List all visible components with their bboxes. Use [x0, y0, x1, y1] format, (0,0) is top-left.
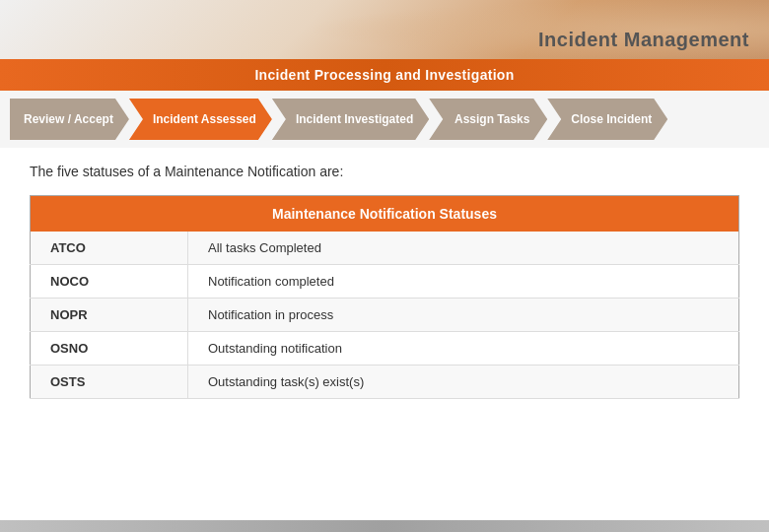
table-row: NOCONotification completed	[31, 265, 739, 299]
table-row: OSNOOutstanding notification	[31, 332, 739, 366]
row-code: NOCO	[31, 265, 188, 299]
row-description: Outstanding notification	[188, 332, 739, 366]
row-code: OSTS	[31, 366, 188, 399]
page-container: Incident Management Incident Processing …	[0, 0, 769, 532]
row-description: All tasks Completed	[188, 232, 739, 265]
orange-banner: Incident Processing and Investigation	[0, 59, 769, 91]
step-assign-tasks[interactable]: Assign Tasks	[429, 99, 547, 140]
row-description: Notification in process	[188, 299, 739, 332]
step-review-accept[interactable]: Review / Accept	[10, 99, 129, 140]
intro-text: The five statuses of a Maintenance Notif…	[30, 164, 739, 179]
row-code: OSNO	[31, 332, 188, 366]
row-description: Outstanding task(s) exist(s)	[188, 366, 739, 399]
app-title: Incident Management	[538, 29, 749, 51]
row-description: Notification completed	[188, 265, 739, 299]
notification-table: Maintenance Notification Statuses ATCOAl…	[30, 195, 739, 399]
process-steps: Review / Accept Incident Assessed Incide…	[0, 91, 769, 148]
main-content: The five statuses of a Maintenance Notif…	[0, 148, 769, 415]
table-header: Maintenance Notification Statuses	[31, 196, 739, 233]
banner-text: Incident Processing and Investigation	[254, 67, 514, 83]
table-row: ATCOAll tasks Completed	[31, 232, 739, 265]
step-close-incident[interactable]: Close Incident	[547, 99, 667, 140]
step-incident-assessed[interactable]: Incident Assessed	[129, 99, 272, 140]
row-code: NOPR	[31, 299, 188, 332]
table-row: NOPRNotification in process	[31, 299, 739, 332]
header-area: Incident Management	[0, 0, 769, 59]
table-row: OSTSOutstanding task(s) exist(s)	[31, 366, 739, 399]
step-incident-investigated[interactable]: Incident Investigated	[272, 99, 429, 140]
row-code: ATCO	[31, 232, 188, 265]
bottom-bar	[0, 520, 769, 532]
